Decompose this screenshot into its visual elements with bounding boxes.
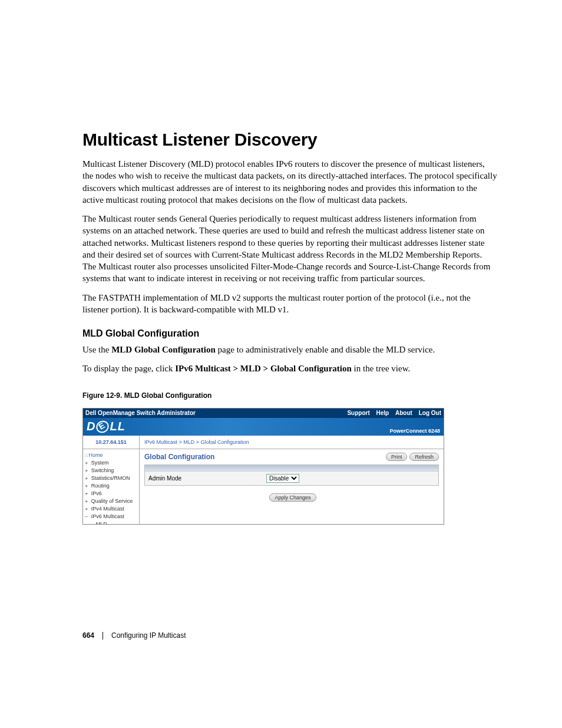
- bold-term: MLD Global Configuration: [111, 345, 216, 354]
- tree-home[interactable]: ⌂Home: [85, 452, 137, 459]
- app-titlebar: Dell OpenManage Switch Administrator Sup…: [83, 409, 444, 418]
- usage-paragraph: Use the MLD Global Configuration page to…: [82, 344, 497, 355]
- footer-section: Configuring IP Multicast: [111, 631, 186, 640]
- body-paragraph-3: The FASTPATH implementation of MLD v2 su…: [82, 292, 497, 316]
- tree-item-ipv6-multicast[interactable]: – IPv6 Multicast: [85, 513, 137, 521]
- home-icon: ⌂: [85, 452, 88, 458]
- config-panel-header: [145, 465, 438, 471]
- tree-item-statistics[interactable]: + Statistics/RMON: [85, 475, 137, 482]
- footer-divider: [103, 632, 103, 640]
- page-footer: 664 Configuring IP Multicast: [82, 631, 186, 640]
- body-paragraph-1: Multicast Listener Discovery (MLD) proto…: [82, 158, 497, 206]
- dell-logo: DELL: [87, 420, 125, 433]
- text-fragment: in the tree view.: [352, 364, 410, 373]
- text-fragment: Use the: [82, 345, 111, 354]
- body-paragraph-2: The Multicast router sends General Queri…: [82, 213, 497, 285]
- link-support[interactable]: Support: [347, 410, 369, 416]
- sidebar: 10.27.64.151 ⌂Home + System + Switching …: [83, 436, 140, 524]
- tree-item-routing[interactable]: + Routing: [85, 482, 137, 490]
- text-fragment: To display the page, click: [82, 364, 175, 373]
- link-logout[interactable]: Log Out: [419, 410, 441, 416]
- config-panel: Admin Mode Disable: [144, 465, 439, 486]
- page-title: Global Configuration: [144, 453, 384, 461]
- product-name: PowerConnect 6248: [389, 428, 440, 434]
- navigation-paragraph: To display the page, click IPv6 Multicas…: [82, 363, 497, 374]
- section-heading: Multicast Listener Discovery: [82, 130, 497, 150]
- tree-item-system[interactable]: + System: [85, 459, 137, 467]
- sidebar-ip: 10.27.64.151: [83, 436, 139, 449]
- subsection-heading: MLD Global Configuration: [82, 328, 497, 339]
- tree-item-qos[interactable]: + Quality of Service: [85, 498, 137, 505]
- print-button[interactable]: Print: [386, 453, 408, 461]
- config-label: Admin Mode: [148, 475, 266, 482]
- tree-item-mld[interactable]: – MLD: [85, 521, 137, 524]
- breadcrumb: IPv6 Multicast > MLD > Global Configurat…: [140, 436, 444, 449]
- app-title: Dell OpenManage Switch Administrator: [85, 410, 342, 416]
- apply-changes-button[interactable]: Apply Changes: [269, 493, 316, 502]
- main-panel: IPv6 Multicast > MLD > Global Configurat…: [140, 436, 444, 524]
- embedded-screenshot: Dell OpenManage Switch Administrator Sup…: [82, 408, 444, 525]
- page-number: 664: [82, 631, 94, 640]
- topbar-links: Support Help About Log Out: [342, 410, 441, 416]
- text-fragment: page to administratively enable and disa…: [216, 345, 435, 354]
- link-about[interactable]: About: [395, 410, 412, 416]
- figure-caption: Figure 12-9. MLD Global Configuration: [82, 391, 497, 400]
- brand-bar: DELL PowerConnect 6248: [83, 418, 444, 436]
- tree-item-ipv4-multicast[interactable]: + IPv4 Multicast: [85, 505, 137, 513]
- link-help[interactable]: Help: [376, 410, 389, 416]
- tree-item-ipv6[interactable]: + IPv6: [85, 490, 137, 498]
- nav-tree: ⌂Home + System + Switching + Statistics/…: [83, 449, 139, 524]
- tree-item-switching[interactable]: + Switching: [85, 467, 137, 475]
- config-row-admin-mode: Admin Mode Disable: [145, 471, 438, 485]
- refresh-button[interactable]: Refresh: [409, 453, 439, 461]
- bold-path: IPv6 Multicast > MLD > Global Configurat…: [175, 364, 352, 373]
- admin-mode-select[interactable]: Disable: [266, 474, 299, 483]
